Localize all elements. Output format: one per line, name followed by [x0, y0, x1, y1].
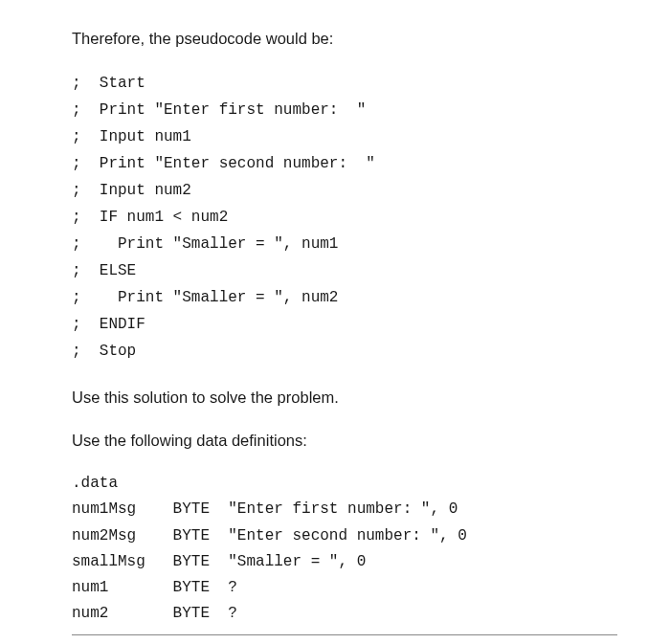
code-line: smallMsg BYTE "Smaller = ", 0 [72, 553, 366, 570]
code-line: num2Msg BYTE "Enter second number: ", 0 [72, 527, 467, 544]
instruction-text-2: Use the following data definitions: [72, 429, 617, 453]
code-line: ; Print "Enter first number: " [72, 101, 366, 119]
code-line: ; Input num2 [72, 182, 191, 199]
code-line: num1Msg BYTE "Enter first number: ", 0 [72, 500, 458, 518]
pseudocode-block: ; Start ; Print "Enter first number: " ;… [72, 70, 617, 365]
code-line: ; ELSE [72, 262, 136, 279]
code-line: ; Print "Smaller = ", num2 [72, 289, 338, 306]
code-line: ; Stop [72, 343, 136, 360]
intro-text: Therefore, the pseudocode would be: [72, 27, 617, 51]
divider [72, 634, 617, 635]
code-line: ; Print "Smaller = ", num1 [72, 235, 338, 253]
code-line: ; Start [72, 75, 145, 92]
code-line: ; Print "Enter second number: " [72, 155, 375, 172]
code-line: ; ENDIF [72, 316, 145, 333]
code-line: ; IF num1 < num2 [72, 209, 228, 226]
data-definitions-block: .data num1Msg BYTE "Enter first number: … [72, 471, 617, 627]
instruction-text-1: Use this solution to solve the problem. [72, 386, 617, 410]
code-line: num2 BYTE ? [72, 605, 237, 622]
code-line: ; Input num1 [72, 128, 191, 145]
code-line: num1 BYTE ? [72, 579, 237, 596]
code-line: .data [72, 475, 118, 492]
